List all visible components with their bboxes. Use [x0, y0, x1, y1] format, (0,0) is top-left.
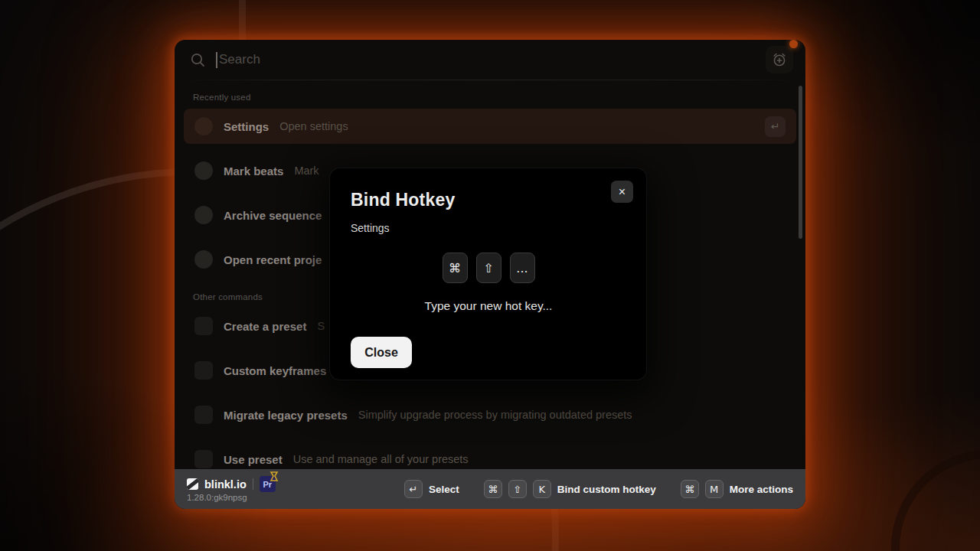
scrollbar-thumb[interactable]: [799, 86, 802, 239]
alarm-plus-icon: [771, 51, 788, 68]
enter-key-icon: ↵: [404, 480, 423, 498]
command-icon: [194, 161, 213, 180]
command-title: Open recent proje: [224, 253, 322, 266]
k-key-icon: K: [533, 480, 551, 498]
hotkey-hint: Type your new hot key...: [351, 299, 626, 313]
command-title: Use preset: [224, 453, 283, 466]
gold-pin-icon: [270, 471, 279, 482]
notification-dot: [789, 40, 798, 48]
brand-block: blinkl.io Pr 1.28.0:gk9npsg: [187, 476, 276, 502]
shortcut-label: Bind custom hotkey: [557, 484, 656, 495]
command-title: Archive sequence: [224, 209, 322, 222]
command-icon: [194, 450, 213, 468]
blinkl-logo-icon: [187, 478, 198, 490]
cmd-key-icon: ⌘: [681, 480, 699, 498]
command-row-use-preset[interactable]: Use preset Use and manage all of your pr…: [184, 442, 796, 469]
shortcut-label: More actions: [730, 484, 793, 495]
brand-name: blinkl.io: [204, 478, 247, 491]
screen: Recently used Settings Open settings ↵ M…: [0, 0, 980, 551]
gear-icon: [194, 117, 213, 135]
divider: [253, 478, 253, 490]
command-subtitle: Use and manage all of your presets: [293, 453, 469, 465]
command-subtitle: Mark: [294, 165, 318, 177]
footer-shortcuts: ↵ Select ⌘ ⇧ K Bind custom hotkey ⌘ M Mo…: [394, 469, 793, 509]
command-title: Mark beats: [224, 165, 283, 178]
version-label: 1.28.0:gk9npsg: [187, 493, 276, 502]
shift-key-icon: ⇧: [508, 480, 527, 498]
command-icon: [194, 250, 213, 269]
search-icon: [190, 52, 205, 67]
shortcut-select[interactable]: ↵ Select: [404, 480, 459, 498]
enter-icon: ↵: [765, 116, 786, 137]
command-title: Settings: [224, 120, 269, 133]
close-button[interactable]: Close: [351, 337, 412, 368]
search-bar: [175, 40, 805, 80]
more-keys-keycap: ...: [510, 253, 535, 283]
search-input[interactable]: [217, 52, 766, 67]
m-key-icon: M: [705, 480, 724, 498]
hotkey-preview: ⌘ ⇧ ...: [351, 253, 626, 283]
dialog-context: Settings: [351, 222, 626, 234]
command-icon: [194, 317, 213, 335]
command-subtitle: S: [317, 320, 325, 332]
cmd-keycap: ⌘: [443, 253, 468, 283]
bind-hotkey-dialog: × Bind Hotkey Settings ⌘ ⇧ ... Type your…: [329, 168, 647, 380]
close-icon[interactable]: ×: [611, 181, 633, 203]
shift-keycap: ⇧: [476, 253, 501, 283]
status-bar: blinkl.io Pr 1.28.0:gk9npsg ↵ Select: [175, 469, 805, 509]
dialog-title: Bind Hotkey: [351, 190, 626, 210]
background-line: [239, 0, 246, 43]
command-row-migrate-legacy-presets[interactable]: Migrate legacy presets Simplify upgrade …: [184, 397, 796, 432]
reminder-button[interactable]: [766, 46, 793, 73]
command-title: Custom keyframes: [224, 364, 326, 377]
shortcut-bind-custom-hotkey[interactable]: ⌘ ⇧ K Bind custom hotkey: [484, 480, 656, 498]
command-row-settings[interactable]: Settings Open settings ↵: [184, 109, 796, 144]
cmd-key-icon: ⌘: [484, 480, 502, 498]
command-subtitle: Open settings: [279, 120, 348, 132]
background-arc-bottom-right: [891, 450, 980, 551]
command-icon: [194, 361, 213, 380]
premiere-pro-badge: Pr: [260, 476, 276, 492]
command-icon: [194, 406, 213, 424]
shortcut-label: Select: [429, 484, 459, 495]
section-label-recently-used: Recently used: [184, 86, 796, 109]
shortcut-more-actions[interactable]: ⌘ M More actions: [681, 480, 793, 498]
command-icon: [194, 206, 213, 224]
command-title: Migrate legacy presets: [224, 409, 348, 422]
command-subtitle: Simplify upgrade process by migrating ou…: [358, 409, 632, 421]
command-title: Create a preset: [224, 320, 306, 333]
